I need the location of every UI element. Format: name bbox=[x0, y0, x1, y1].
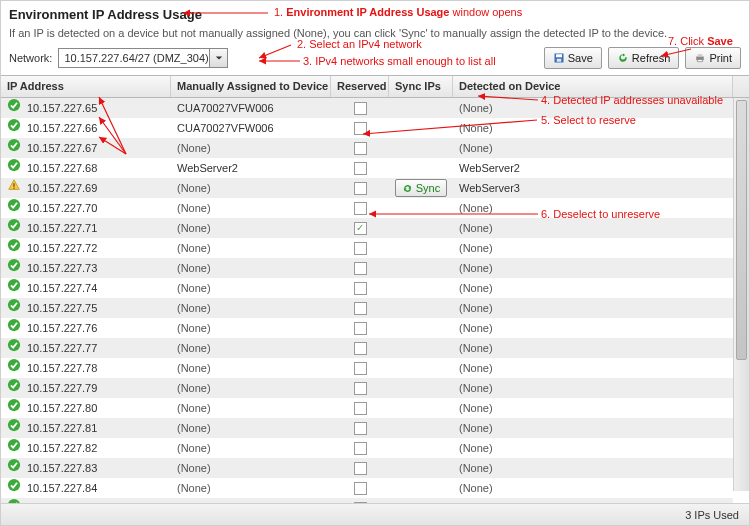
svg-point-24 bbox=[8, 439, 20, 451]
table-row[interactable]: 10.157.227.65CUA70027VFW006(None) bbox=[1, 98, 733, 118]
detected-device: (None) bbox=[453, 418, 733, 438]
status-ok-icon bbox=[7, 398, 21, 418]
reserved-checkbox[interactable] bbox=[354, 242, 367, 255]
assigned-device: (None) bbox=[171, 378, 331, 398]
status-ok-icon bbox=[7, 138, 21, 158]
ip-address: 10.157.227.76 bbox=[27, 318, 97, 338]
status-ok-icon bbox=[7, 458, 21, 478]
ip-address: 10.157.227.66 bbox=[27, 118, 97, 138]
table-row[interactable]: 10.157.227.80(None)(None) bbox=[1, 398, 733, 418]
ip-address: 10.157.227.72 bbox=[27, 238, 97, 258]
assigned-device: (None) bbox=[171, 358, 331, 378]
detected-device: WebServer3 bbox=[453, 178, 733, 198]
col-reserved[interactable]: Reserved bbox=[331, 76, 389, 97]
table-row[interactable]: 10.157.227.74(None)(None) bbox=[1, 278, 733, 298]
table-row[interactable]: 10.157.227.77(None)(None) bbox=[1, 338, 733, 358]
col-detected[interactable]: Detected on Device bbox=[453, 76, 733, 97]
status-ok-icon bbox=[7, 438, 21, 458]
detected-device: (None) bbox=[453, 138, 733, 158]
table-row[interactable]: 10.157.227.81(None)(None) bbox=[1, 418, 733, 438]
save-button[interactable]: Save bbox=[544, 47, 602, 69]
status-ok-icon bbox=[7, 418, 21, 438]
reserved-checkbox[interactable] bbox=[354, 402, 367, 415]
reserved-checkbox[interactable] bbox=[354, 422, 367, 435]
reserved-checkbox[interactable] bbox=[354, 482, 367, 495]
ip-address: 10.157.227.80 bbox=[27, 398, 97, 418]
help-text: If an IP is detected on a device but not… bbox=[1, 24, 749, 45]
svg-point-22 bbox=[8, 399, 20, 411]
status-ok-icon bbox=[7, 218, 21, 238]
print-button[interactable]: Print bbox=[685, 47, 741, 69]
svg-point-8 bbox=[8, 139, 20, 151]
ip-address: 10.157.227.81 bbox=[27, 418, 97, 438]
status-ok-icon bbox=[7, 338, 21, 358]
svg-point-6 bbox=[8, 99, 20, 111]
ip-address: 10.157.227.67 bbox=[27, 138, 97, 158]
table-row[interactable]: 10.157.227.76(None)(None) bbox=[1, 318, 733, 338]
network-label: Network: bbox=[9, 52, 52, 64]
assigned-device: (None) bbox=[171, 418, 331, 438]
reserved-checkbox[interactable] bbox=[354, 462, 367, 475]
reserved-checkbox[interactable] bbox=[354, 322, 367, 335]
page-title: Environment IP Address Usage bbox=[9, 7, 202, 22]
table-row[interactable]: 10.157.227.82(None)(None) bbox=[1, 438, 733, 458]
table-row[interactable]: 10.157.227.79(None)(None) bbox=[1, 378, 733, 398]
svg-rect-4 bbox=[698, 54, 703, 56]
status-ok-icon bbox=[7, 298, 21, 318]
col-ip[interactable]: IP Address bbox=[1, 76, 171, 97]
network-select[interactable]: 10.157.227.64/27 (DMZ_304) bbox=[58, 48, 228, 68]
table-row[interactable]: 10.157.227.83(None)(None) bbox=[1, 458, 733, 478]
col-assigned[interactable]: Manually Assigned to Device bbox=[171, 76, 331, 97]
table-row[interactable]: 10.157.227.70(None)(None) bbox=[1, 198, 733, 218]
status-ok-icon bbox=[7, 478, 21, 498]
table-row[interactable]: 10.157.227.68WebServer2WebServer2 bbox=[1, 158, 733, 178]
reserved-checkbox[interactable] bbox=[354, 262, 367, 275]
assigned-device: CUA70027VFW006 bbox=[171, 98, 331, 118]
table-row[interactable]: 10.157.227.84(None)(None) bbox=[1, 478, 733, 498]
table-row[interactable]: 10.157.227.71(None)(None) bbox=[1, 218, 733, 238]
table-row[interactable]: 10.157.227.67(None)(None) bbox=[1, 138, 733, 158]
scrollbar-thumb[interactable] bbox=[736, 100, 747, 360]
table-row[interactable]: 10.157.227.66CUA70027VFW006(None) bbox=[1, 118, 733, 138]
table-row[interactable]: 10.157.227.78(None)(None) bbox=[1, 358, 733, 378]
reserved-checkbox[interactable] bbox=[354, 162, 367, 175]
reserved-checkbox[interactable] bbox=[354, 222, 367, 235]
assigned-device: (None) bbox=[171, 478, 331, 498]
svg-point-7 bbox=[8, 119, 20, 131]
reserved-checkbox[interactable] bbox=[354, 302, 367, 315]
vertical-scrollbar[interactable] bbox=[733, 98, 749, 491]
table-row[interactable]: 10.157.227.72(None)(None) bbox=[1, 238, 733, 258]
reserved-checkbox[interactable] bbox=[354, 362, 367, 375]
save-icon bbox=[553, 52, 565, 64]
detected-device: (None) bbox=[453, 98, 733, 118]
reserved-checkbox[interactable] bbox=[354, 382, 367, 395]
refresh-button-label: Refresh bbox=[632, 52, 671, 64]
reserved-checkbox[interactable] bbox=[354, 202, 367, 215]
table-row[interactable]: 10.157.227.69(None)SyncWebServer3 bbox=[1, 178, 733, 198]
assigned-device: (None) bbox=[171, 318, 331, 338]
dropdown-arrow-icon[interactable] bbox=[209, 49, 227, 67]
detected-device: (None) bbox=[453, 338, 733, 358]
reserved-checkbox[interactable] bbox=[354, 102, 367, 115]
reserved-checkbox[interactable] bbox=[354, 442, 367, 455]
ip-address: 10.157.227.73 bbox=[27, 258, 97, 278]
refresh-icon bbox=[617, 52, 629, 64]
status-ip-count: 3 IPs Used bbox=[685, 509, 739, 521]
status-ok-icon bbox=[7, 258, 21, 278]
reserved-checkbox[interactable] bbox=[354, 142, 367, 155]
reserved-checkbox[interactable] bbox=[354, 182, 367, 195]
print-icon bbox=[694, 52, 706, 64]
sync-button[interactable]: Sync bbox=[395, 179, 447, 197]
refresh-button[interactable]: Refresh bbox=[608, 47, 680, 69]
grid-header: IP Address Manually Assigned to Device R… bbox=[1, 76, 749, 98]
reserved-checkbox[interactable] bbox=[354, 342, 367, 355]
ip-address: 10.157.227.74 bbox=[27, 278, 97, 298]
table-row[interactable]: 10.157.227.75(None)(None) bbox=[1, 298, 733, 318]
table-row[interactable]: 10.157.227.73(None)(None) bbox=[1, 258, 733, 278]
col-sync[interactable]: Sync IPs bbox=[389, 76, 453, 97]
reserved-checkbox[interactable] bbox=[354, 122, 367, 135]
ip-address: 10.157.227.65 bbox=[27, 98, 97, 118]
reserved-checkbox[interactable] bbox=[354, 282, 367, 295]
svg-rect-1 bbox=[556, 54, 562, 57]
assigned-device: (None) bbox=[171, 138, 331, 158]
